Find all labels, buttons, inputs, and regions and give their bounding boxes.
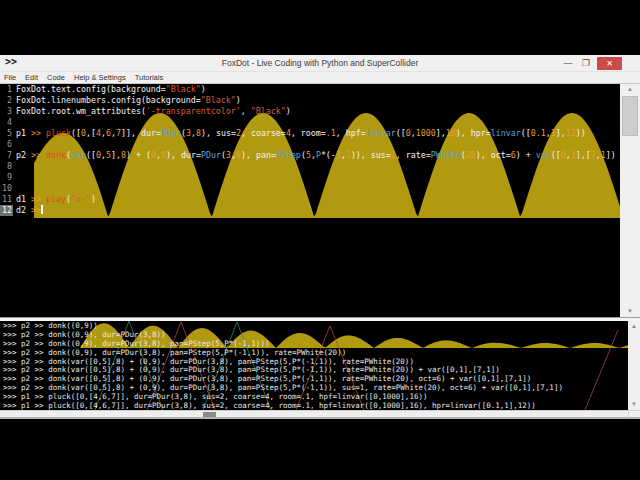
menu-item-help-settings[interactable]: Help & Settings: [74, 73, 126, 82]
code-text: [13, 183, 16, 194]
console-line: >>> p2 >> donk(var([0,5],8) + (0,9), dur…: [0, 365, 628, 374]
code-text: d1 >> play("x-"): [13, 194, 96, 205]
menu-item-file[interactable]: File: [4, 73, 16, 82]
line-number: 8: [0, 161, 13, 172]
code-line: 1FoxDot.text.config(background="Black"): [0, 84, 620, 95]
scroll-down-icon[interactable]: ▼: [628, 399, 640, 410]
editor-scrollbar[interactable]: ▲ ▼: [620, 84, 640, 317]
code-text: [13, 172, 16, 183]
line-number: 9: [0, 172, 13, 183]
code-text: FoxDot.root.wm_attributes('-transparentc…: [13, 106, 291, 117]
console-line: >>> p2 >> donk(var([0,5],8) + (0,9), dur…: [0, 383, 628, 392]
code-line: 7p2 >> donk(var([0,5],8) + (0,9), dur=PD…: [0, 150, 620, 161]
horizontal-scrollbar[interactable]: [0, 410, 640, 417]
code-line: 10: [0, 183, 620, 194]
video-frame: >> FoxDot - Live Coding with Python and …: [0, 0, 640, 480]
code-line: 9: [0, 172, 620, 183]
minimize-button[interactable]: —: [560, 57, 576, 70]
console-line: >>> p2 >> donk(var([0,5],8) + (0,9), dur…: [0, 374, 628, 383]
window-bottom-border: [0, 417, 640, 419]
console-log[interactable]: >>> p2 >> donk((0,9))>>> p2 >> donk((0,9…: [0, 321, 628, 410]
console-line: >>> p2 >> donk((0,9), dur=PDur(3,8), pan…: [0, 348, 628, 357]
menu-item-edit[interactable]: Edit: [25, 73, 38, 82]
text-cursor: [41, 205, 43, 214]
maximize-button[interactable]: ❐: [578, 57, 594, 70]
menu-bar: FileEditCodeHelp & SettingsTutorials: [0, 72, 640, 84]
scroll-up-icon[interactable]: ▲: [628, 321, 640, 332]
title-bar: >> FoxDot - Live Coding with Python and …: [0, 55, 640, 72]
line-number: 4: [0, 117, 13, 128]
console-lines: >>> p2 >> donk((0,9))>>> p2 >> donk((0,9…: [0, 321, 628, 410]
line-number: 3: [0, 106, 13, 117]
code-editor[interactable]: 1FoxDot.text.config(background="Black")2…: [0, 84, 620, 317]
code-line: 6: [0, 139, 620, 150]
menu-item-tutorials[interactable]: Tutorials: [135, 73, 163, 82]
menu-item-code[interactable]: Code: [47, 73, 65, 82]
code-line: 2FoxDot.linenumbers.config(background="B…: [0, 95, 620, 106]
code-line: 3FoxDot.root.wm_attributes('-transparent…: [0, 106, 620, 117]
line-number: 10: [0, 183, 13, 194]
code-text: [13, 139, 16, 150]
code-line: 11d1 >> play("x-"): [0, 194, 620, 205]
window-title: FoxDot - Live Coding with Python and Sup…: [0, 58, 640, 68]
close-button[interactable]: ✕: [597, 57, 622, 70]
code-text: p2 >> donk(var([0,5],8) + (0,9), dur=PDu…: [13, 150, 616, 161]
console-line: >>> p2 >> donk(var([0,5],8) + (0,9), dur…: [0, 357, 628, 366]
console-scrollbar[interactable]: ▲ ▼: [628, 321, 640, 410]
console-line: >>> p2 >> donk((0,9), dur=PDur(3,8), pan…: [0, 339, 628, 348]
line-number: 2: [0, 95, 13, 106]
editor-scrollbar-thumb[interactable]: [622, 96, 638, 136]
editor-lines: 1FoxDot.text.config(background="Black")2…: [0, 84, 620, 216]
code-line: 12d2 >>: [0, 205, 620, 216]
code-text: d2 >>: [13, 205, 43, 216]
code-text: p1 >> pluck([0,[4,6,7]], dur=PDur(3,8), …: [13, 128, 586, 139]
scroll-down-icon[interactable]: ▼: [620, 306, 640, 317]
line-number: 6: [0, 139, 13, 150]
code-text: [13, 161, 16, 172]
scroll-up-icon[interactable]: ▲: [620, 84, 640, 95]
line-number: 11: [0, 194, 13, 205]
line-number: 7: [0, 150, 13, 161]
console-line: >>> p1 >> pluck([0,[4,6,7]], dur=PDur(3,…: [0, 401, 628, 410]
code-line: 5p1 >> pluck([0,[4,6,7]], dur=PDur(3,8),…: [0, 128, 620, 139]
line-number: 1: [0, 84, 13, 95]
code-line: 4: [0, 117, 620, 128]
console-line: >>> p2 >> donk((0,9)): [0, 321, 628, 330]
line-number: 5: [0, 128, 13, 139]
code-text: FoxDot.text.config(background="Black"): [13, 84, 206, 95]
console-line: >>> p2 >> donk((0,9), dur=PDur(3,8)): [0, 330, 628, 339]
code-text: [13, 117, 16, 128]
code-line: 8: [0, 161, 620, 172]
code-text: FoxDot.linenumbers.config(background="Bl…: [13, 95, 241, 106]
line-number: 12: [0, 205, 13, 216]
console-line: >>> p1 >> pluck([0,[4,6,7]], dur=PDur(3,…: [0, 392, 628, 401]
